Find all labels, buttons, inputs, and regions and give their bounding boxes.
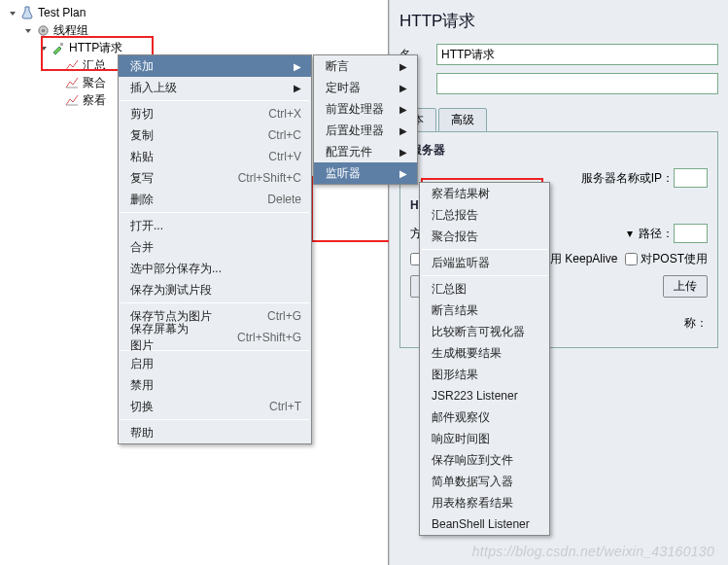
listener-compare-assertion[interactable]: 比较断言可视化器 xyxy=(420,321,549,342)
submenu-preprocessor[interactable]: 前置处理器▶ xyxy=(314,98,417,120)
path-label: 路径： xyxy=(639,226,674,242)
menu-save-selection[interactable]: 选中部分保存为... xyxy=(119,258,311,279)
collapse-arrow-icon[interactable] xyxy=(23,25,33,35)
chart-icon xyxy=(64,75,80,90)
path-input[interactable] xyxy=(674,224,708,243)
dropper-icon xyxy=(51,40,66,55)
listener-table-results[interactable]: 用表格察看结果 xyxy=(420,492,549,513)
post-use-checkbox[interactable] xyxy=(625,253,638,265)
server-name-label: 服务器名称或IP： xyxy=(581,170,674,187)
tab-advanced[interactable]: 高级 xyxy=(438,108,487,132)
keepalive-label: 使用 KeepAlive xyxy=(538,251,617,267)
tree-label: 察看 xyxy=(83,92,106,109)
listener-simple-data[interactable]: 简单数据写入器 xyxy=(420,471,549,492)
tree-label: Test Plan xyxy=(38,6,86,19)
gear-icon xyxy=(35,22,51,38)
menu-separator xyxy=(121,212,309,213)
submenu-arrow-icon: ▶ xyxy=(399,147,407,158)
tree-node-testplan[interactable]: Test Plan xyxy=(8,4,388,21)
post-use-label: 对POST使用 xyxy=(641,251,708,267)
tree-label: 线程组 xyxy=(53,22,88,39)
tree-label: HTTP请求 xyxy=(69,40,122,56)
upload-button[interactable]: 上传 xyxy=(663,275,708,298)
menu-save-fragment[interactable]: 保存为测试片段 xyxy=(119,279,311,300)
menu-add[interactable]: 添加▶ xyxy=(119,55,311,77)
menu-delete[interactable]: 删除Delete xyxy=(119,189,311,210)
chart-icon xyxy=(64,92,80,108)
menu-separator xyxy=(422,249,547,250)
menu-cut[interactable]: 剪切Ctrl+X xyxy=(119,103,311,124)
submenu-arrow-icon: ▶ xyxy=(399,168,407,179)
listener-aggregate-report[interactable]: 聚合报告 xyxy=(420,226,549,247)
menu-disable[interactable]: 禁用 xyxy=(119,374,311,396)
listener-save-responses[interactable]: 保存响应到文件 xyxy=(420,449,549,471)
comment-input[interactable] xyxy=(436,73,718,94)
section-name-label: 称： xyxy=(684,315,708,332)
menu-merge[interactable]: 合并 xyxy=(119,236,311,258)
svg-rect-2 xyxy=(60,43,63,46)
server-section-header: 服务器 xyxy=(410,142,708,159)
listener-summary-graph[interactable]: 汇总图 xyxy=(420,278,549,300)
tree-label: 汇总 xyxy=(83,57,106,74)
context-menu: 添加▶ 插入上级▶ 剪切Ctrl+X 复制Ctrl+C 粘贴Ctrl+V 复写C… xyxy=(118,54,312,444)
chevron-down-icon[interactable]: ▾ xyxy=(627,227,633,240)
listener-assertion-results[interactable]: 断言结果 xyxy=(420,300,549,321)
tree-label: 聚合 xyxy=(83,75,106,91)
menu-copy[interactable]: 复制Ctrl+C xyxy=(119,124,311,146)
menu-help[interactable]: 帮助 xyxy=(119,422,311,443)
listener-summary-report[interactable]: 汇总报告 xyxy=(420,204,549,226)
collapse-arrow-icon[interactable] xyxy=(8,8,17,18)
listener-graph-results[interactable]: 图形结果 xyxy=(420,364,549,385)
menu-paste[interactable]: 粘贴Ctrl+V xyxy=(119,146,311,167)
listener-mail-observer[interactable]: 邮件观察仪 xyxy=(420,406,549,428)
submenu-timer[interactable]: 定时器▶ xyxy=(314,77,417,98)
page-title: HTTP请求 xyxy=(399,10,718,32)
menu-separator xyxy=(121,100,309,101)
menu-duplicate[interactable]: 复写Ctrl+Shift+C xyxy=(119,167,311,189)
chart-icon xyxy=(64,57,80,73)
submenu-arrow-icon: ▶ xyxy=(294,61,301,72)
tree-node-threadgroup[interactable]: 线程组 xyxy=(8,21,388,39)
flask-icon xyxy=(19,5,35,20)
submenu-arrow-icon: ▶ xyxy=(294,83,301,93)
listener-generate-summary[interactable]: 生成概要结果 xyxy=(420,342,549,364)
submenu-postprocessor[interactable]: 后置处理器▶ xyxy=(314,120,417,141)
server-name-input[interactable] xyxy=(674,168,708,188)
menu-toggle[interactable]: 切换Ctrl+T xyxy=(119,396,311,417)
submenu-listener[interactable]: 监听器▶ xyxy=(314,162,417,184)
menu-open[interactable]: 打开... xyxy=(119,215,311,236)
menu-save-screen-image[interactable]: 保存屏幕为图片Ctrl+Shift+G xyxy=(119,327,311,348)
listener-jsr223[interactable]: JSR223 Listener xyxy=(420,385,549,406)
menu-insert-parent[interactable]: 插入上级▶ xyxy=(119,77,311,98)
submenu-arrow-icon: ▶ xyxy=(399,104,407,115)
menu-separator xyxy=(121,302,309,303)
submenu-add: 断言▶ 定时器▶ 前置处理器▶ 后置处理器▶ 配置元件▶ 监听器▶ xyxy=(313,54,418,185)
listener-beanshell[interactable]: BeanShell Listener xyxy=(420,513,549,535)
listener-response-time-graph[interactable]: 响应时间图 xyxy=(420,428,549,449)
listener-view-results-tree[interactable]: 察看结果树 xyxy=(420,183,549,204)
submenu-arrow-icon: ▶ xyxy=(399,83,407,93)
submenu-arrow-icon: ▶ xyxy=(399,125,407,136)
submenu-arrow-icon: ▶ xyxy=(399,61,407,72)
listener-backend[interactable]: 后端监听器 xyxy=(420,252,549,273)
submenu-listener-list: 察看结果树 汇总报告 聚合报告 后端监听器 汇总图 断言结果 比较断言可视化器 … xyxy=(419,182,550,536)
submenu-config-element[interactable]: 配置元件▶ xyxy=(314,141,417,162)
menu-separator xyxy=(422,275,547,276)
name-input[interactable] xyxy=(436,44,718,65)
svg-point-1 xyxy=(41,28,45,32)
collapse-arrow-icon[interactable] xyxy=(39,43,49,53)
menu-enable[interactable]: 启用 xyxy=(119,353,311,374)
submenu-assertion[interactable]: 断言▶ xyxy=(314,55,417,77)
menu-separator xyxy=(121,419,309,420)
